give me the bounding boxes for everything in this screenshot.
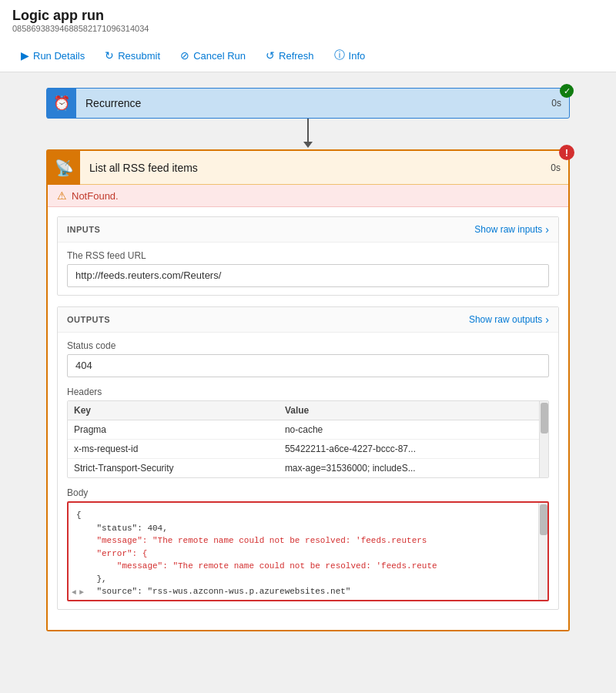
table-row: Strict-Transport-Securitymax-age=3153600… — [68, 459, 548, 478]
info-icon: ⓘ — [334, 49, 345, 62]
rss-feed-url-value: http://feeds.reuters.com/Reuters/ — [67, 264, 549, 287]
page-subtitle: 08586938394688582171096314034 — [12, 24, 604, 33]
status-code-label: Status code — [67, 340, 549, 351]
headers-container: Key Value Pragmano-cachex-ms-request-id5… — [67, 400, 549, 478]
headers-scrollbar[interactable] — [539, 401, 548, 477]
outputs-section-body: Status code 404 Headers Key Value — [58, 333, 558, 609]
resubmit-button[interactable]: ↻ Resubmit — [96, 45, 169, 66]
cancel-run-icon: ⊘ — [180, 49, 189, 62]
rss-header[interactable]: 📡 List all RSS feed items 0s ! — [48, 151, 568, 185]
main-content: ⏰ Recurrence 0s ✓ 📡 List all RSS feed it… — [0, 72, 616, 693]
recurrence-block[interactable]: ⏰ Recurrence 0s ✓ — [46, 88, 570, 119]
recurrence-label: Recurrence — [76, 97, 551, 109]
show-raw-inputs-button[interactable]: Show raw inputs › — [474, 223, 549, 236]
rss-block: 📡 List all RSS feed items 0s ! ⚠ NotFoun… — [46, 149, 570, 631]
toolbar: ▶ Run Details ↻ Resubmit ⊘ Cancel Run ↺ … — [12, 39, 604, 72]
body-label: Body — [67, 487, 549, 498]
outputs-section: OUTPUTS Show raw outputs › Status code 4… — [57, 306, 559, 610]
page-title: Logic app run — [12, 8, 604, 24]
headers-table: Key Value Pragmano-cachex-ms-request-id5… — [68, 401, 548, 477]
refresh-button[interactable]: ↺ Refresh — [257, 45, 323, 66]
scroll-left-indicator: ◄ — [72, 588, 76, 597]
run-details-button[interactable]: ▶ Run Details — [12, 45, 93, 66]
code-lines: { "status": 404, "message": "The remote … — [76, 509, 540, 598]
headers-label: Headers — [67, 387, 549, 397]
rss-icon-box: 📡 — [48, 151, 80, 185]
flow-container: ⏰ Recurrence 0s ✓ 📡 List all RSS feed it… — [15, 88, 601, 631]
chevron-right-icon: › — [545, 223, 549, 236]
flow-arrow — [303, 119, 313, 149]
scroll-right-indicator: ► — [79, 588, 84, 597]
code-line: "message": "The remote name could not be… — [76, 560, 540, 573]
recurrence-icon: ⏰ — [53, 95, 70, 112]
code-scrollbar-thumb — [540, 504, 547, 535]
header-key-cell: Strict-Transport-Security — [68, 459, 279, 478]
recurrence-icon-box: ⏰ — [47, 88, 76, 119]
code-line: "error": { — [76, 547, 540, 561]
header-value-cell: 55422211-a6ce-4227-bccc-87... — [279, 440, 548, 459]
code-scrollbar[interactable] — [538, 503, 547, 600]
run-details-icon: ▶ — [21, 49, 29, 62]
header-key-cell: Pragma — [68, 420, 279, 440]
rss-time: 0s — [551, 162, 568, 173]
refresh-icon: ↺ — [266, 49, 275, 62]
success-badge: ✓ — [560, 84, 574, 98]
table-row: Pragmano-cache — [68, 420, 548, 440]
inputs-section-body: The RSS feed URL http://feeds.reuters.co… — [58, 243, 558, 295]
headers-scrollbar-thumb — [541, 403, 548, 434]
warning-icon: ⚠ — [57, 189, 67, 202]
inputs-section: INPUTS Show raw inputs › The RSS feed UR… — [57, 216, 559, 296]
code-line: }, — [76, 573, 540, 586]
code-block: { "status": 404, "message": "The remote … — [67, 501, 549, 601]
error-message: NotFound. — [72, 190, 119, 202]
inputs-title: INPUTS — [67, 225, 100, 234]
rss-body: INPUTS Show raw inputs › The RSS feed UR… — [48, 207, 568, 630]
code-line: "status": 404, — [76, 522, 540, 535]
page-header: Logic app run 08586938394688582171096314… — [0, 0, 616, 72]
rss-feed-url-label: The RSS feed URL — [67, 250, 549, 261]
inputs-section-header: INPUTS Show raw inputs › — [58, 217, 558, 243]
outputs-title: OUTPUTS — [67, 315, 110, 324]
outputs-section-header: OUTPUTS Show raw outputs › — [58, 307, 558, 333]
chevron-right-icon-outputs: › — [545, 313, 549, 326]
rss-icon: 📡 — [55, 159, 74, 177]
error-badge: ! — [559, 145, 574, 160]
rss-title: List all RSS feed items — [80, 162, 551, 174]
header-col-value: Value — [279, 401, 548, 420]
show-raw-outputs-button[interactable]: Show raw outputs › — [469, 313, 549, 326]
recurrence-time: 0s — [551, 98, 569, 109]
status-code-value: 404 — [67, 354, 549, 377]
code-line: { — [76, 509, 540, 522]
resubmit-icon: ↻ — [105, 49, 114, 62]
header-key-cell: x-ms-request-id — [68, 440, 279, 459]
header-value-cell: max-age=31536000; includeS... — [279, 459, 548, 478]
table-row: x-ms-request-id55422211-a6ce-4227-bccc-8… — [68, 440, 548, 459]
header-value-cell: no-cache — [279, 420, 548, 440]
info-button[interactable]: ⓘ Info — [326, 44, 374, 67]
cancel-run-button[interactable]: ⊘ Cancel Run — [172, 45, 254, 66]
code-line: "message": "The remote name could not be… — [76, 534, 540, 547]
header-col-key: Key — [68, 401, 279, 420]
body-section: Body { "status": 404, "message": "The re… — [67, 487, 549, 601]
error-banner: ⚠ NotFound. — [48, 185, 568, 207]
